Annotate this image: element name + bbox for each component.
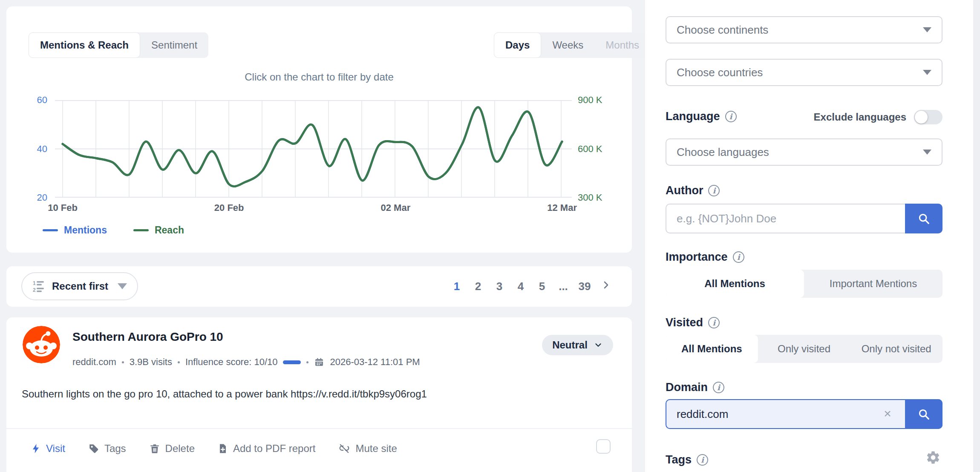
action-label: Mute site [355, 443, 397, 455]
pagination: 12345...39 [446, 266, 617, 307]
chart-legend: Mentions Reach [43, 224, 184, 236]
period-tab-days[interactable]: Days [494, 32, 541, 58]
x-axis-tick: 20 Feb [204, 202, 255, 214]
gear-icon[interactable] [925, 450, 941, 465]
chevron-right-icon [601, 280, 611, 290]
action-visit[interactable]: Visit [31, 443, 65, 455]
mentions-reach-chart[interactable] [55, 100, 572, 198]
trash-icon [149, 443, 160, 454]
page-3[interactable]: 3 [489, 280, 510, 293]
mention-card: Southern Aurora GoPro 10 reddit.com 3.9B… [6, 317, 632, 472]
continents-select[interactable]: Choose continents [666, 16, 943, 43]
importance-label: Importance i [666, 250, 744, 264]
mention-source: reddit.com [72, 357, 116, 368]
info-icon[interactable]: i [708, 317, 720, 328]
exclude-languages-toggle[interactable] [914, 110, 943, 124]
period-tab-months[interactable]: Months [594, 32, 650, 58]
domain-input[interactable] [666, 399, 943, 429]
countries-select[interactable]: Choose countries [666, 59, 943, 86]
mentions-list-toolbar: 1 2 Recent first 12345...39 [6, 266, 632, 307]
link-off-icon [338, 443, 350, 454]
x-axis-tick: 02 Mar [370, 202, 421, 214]
importance-important-mentions[interactable]: Important Mentions [804, 270, 943, 298]
domain-search-button[interactable] [905, 399, 943, 429]
tags-label: Tags i [666, 453, 708, 466]
separator-dot [306, 361, 308, 363]
period-tab-weeks[interactable]: Weeks [541, 32, 594, 58]
page-4[interactable]: 4 [510, 280, 531, 293]
caret-down-icon [923, 150, 931, 155]
sentiment-label: Neutral [552, 339, 588, 351]
caret-down-icon [923, 27, 931, 32]
page-5[interactable]: 5 [531, 280, 553, 293]
tab-mentions-reach[interactable]: Mentions & Reach [29, 32, 140, 58]
page-39[interactable]: 39 [574, 280, 595, 293]
author-input[interactable] [666, 204, 943, 233]
tab-sentiment[interactable]: Sentiment [140, 32, 208, 58]
mention-title[interactable]: Southern Aurora GoPro 10 [72, 330, 223, 344]
mention-actions: VisitTagsDeleteAdd to PDF reportMute sit… [6, 428, 632, 468]
domain-label: Domain i [666, 381, 724, 394]
mention-date: 2026-03-12 11:01 PM [330, 357, 420, 368]
info-icon[interactable]: i [733, 251, 744, 263]
search-icon [917, 212, 930, 225]
exclude-languages-row: Exclude languages [814, 110, 943, 124]
author-search-button[interactable] [905, 204, 943, 233]
mention-select-checkbox[interactable] [596, 439, 611, 454]
chart-view-tabs: Mentions & ReachSentiment [29, 32, 208, 58]
x-axis-tick: 10 Feb [37, 202, 88, 214]
mention-body: Southern lights on the go pro 10, attach… [22, 388, 427, 400]
numbered-list-icon: 1 2 [32, 280, 45, 293]
pagination-ellipsis: ... [553, 280, 574, 293]
action-tags[interactable]: Tags [88, 443, 126, 455]
action-label: Visit [46, 443, 65, 455]
x-axis-tick: 12 Mar [536, 202, 588, 214]
svg-text:1: 1 [33, 280, 36, 286]
separator-dot [122, 361, 124, 363]
legend-mentions-label: Mentions [64, 224, 107, 236]
page-1[interactable]: 1 [446, 280, 467, 293]
sentiment-dropdown[interactable]: Neutral [542, 335, 613, 355]
legend-reach-label: Reach [155, 224, 184, 236]
chart-hint: Click on the chart to filter by date [6, 71, 632, 83]
right-axis-tick: 600 K [578, 143, 625, 155]
page-2[interactable]: 2 [467, 280, 489, 293]
language-label: Language i [666, 110, 737, 123]
scrollbar-track[interactable] [973, 0, 980, 472]
right-axis-tick: 900 K [578, 94, 625, 106]
visited-only-visited[interactable]: Only visited [758, 335, 850, 363]
toggle-knob [915, 111, 928, 124]
importance-all-mentions[interactable]: All Mentions [666, 270, 804, 298]
action-mute-site[interactable]: Mute site [338, 443, 397, 455]
influence-score-bar [283, 360, 301, 364]
languages-select[interactable]: Choose languages [666, 138, 943, 166]
visited-all-mentions[interactable]: All Mentions [666, 335, 758, 363]
next-page-button[interactable] [595, 280, 617, 293]
lightning-icon [31, 443, 41, 454]
info-icon[interactable]: i [713, 382, 724, 393]
chevron-down-icon [594, 340, 603, 350]
chevron-down-icon [118, 283, 127, 289]
left-axis-tick: 60 [14, 94, 47, 106]
mention-meta: reddit.com 3.9B visits Influence score: … [72, 357, 420, 368]
importance-segmented: All MentionsImportant Mentions [666, 270, 943, 298]
mentions-line-swatch [43, 229, 58, 231]
caret-down-icon [923, 70, 931, 75]
visited-segmented: All MentionsOnly visitedOnly not visited [666, 335, 943, 363]
file-plus-icon [218, 443, 228, 454]
mentions-dashboard: Mentions & ReachSentiment DaysWeeksMonth… [0, 0, 980, 472]
countries-placeholder: Choose countries [677, 66, 763, 79]
continents-placeholder: Choose continents [677, 23, 768, 37]
action-label: Delete [165, 443, 195, 455]
clear-icon[interactable]: × [880, 406, 895, 421]
info-icon[interactable]: i [725, 111, 737, 122]
info-icon[interactable]: i [697, 454, 708, 466]
domain-input-row: × [666, 399, 943, 429]
visited-only-not-visited[interactable]: Only not visited [850, 335, 943, 363]
action-delete[interactable]: Delete [149, 443, 195, 455]
legend-mentions: Mentions [43, 224, 107, 236]
info-icon[interactable]: i [708, 185, 720, 196]
action-add-to-pdf-report[interactable]: Add to PDF report [218, 443, 315, 455]
separator-dot [178, 361, 180, 363]
sort-order-dropdown[interactable]: 1 2 Recent first [21, 272, 138, 300]
